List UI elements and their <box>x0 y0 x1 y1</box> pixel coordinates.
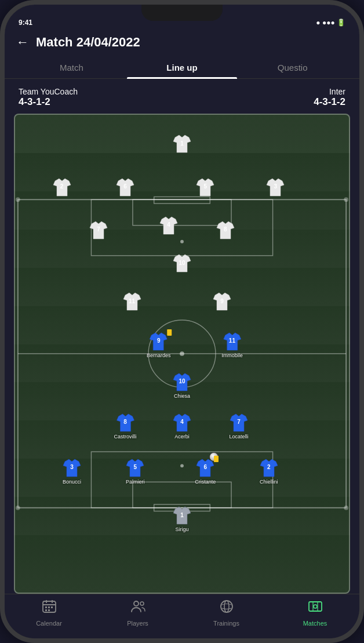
player-blue-9-bernardes[interactable]: 9 Bernardes <box>147 330 171 358</box>
player-blue-11-immobile[interactable]: 11 Immobile <box>221 330 243 358</box>
svg-point-26 <box>134 601 139 606</box>
svg-rect-8 <box>133 482 231 507</box>
svg-point-11 <box>180 464 184 467</box>
player-white-3[interactable]: 3 <box>265 176 285 197</box>
players-icon <box>130 599 145 617</box>
player-name-chiesa: Chiesa <box>174 393 190 399</box>
nav-players[interactable]: Players <box>93 599 182 627</box>
player-white-10[interactable]: 10 <box>172 252 192 273</box>
player-white-4[interactable]: 4 <box>159 215 179 235</box>
tabs: Match Line up Questio <box>5 57 359 79</box>
player-blue-1-sirigu[interactable]: 1 Sirigu <box>172 504 192 532</box>
nav-matches[interactable]: Matches <box>271 599 359 627</box>
pitch-container: 1 2 6 <box>5 114 359 594</box>
nav-label-matches: Matches <box>303 620 327 627</box>
phone-frame: 9:41 ● ●●● 🔋 ← Match 24/04/2022 Match Li… <box>0 0 364 643</box>
svg-rect-7 <box>91 452 272 508</box>
player-blue-5-palmieri[interactable]: 5 Palmieri <box>125 457 145 485</box>
svg-point-12 <box>16 197 20 202</box>
notch <box>141 5 223 21</box>
player-blue-2-chiellini[interactable]: 2 Chiellini <box>259 457 279 485</box>
player-white-11[interactable]: 11 <box>122 290 142 311</box>
header: ← Match 24/04/2022 <box>5 30 359 57</box>
nav-label-players: Players <box>127 620 148 627</box>
player-name-chiellini: Chiellini <box>260 479 278 485</box>
svg-rect-30 <box>309 602 322 611</box>
svg-rect-23 <box>51 606 53 608</box>
yellow-card-cristante <box>214 456 219 462</box>
away-team-name: Inter <box>314 87 345 96</box>
tab-match[interactable]: Match <box>16 57 127 78</box>
away-team-formation: 4-3-1-2 <box>314 96 345 108</box>
player-blue-10-chiesa[interactable]: 10 Chiesa <box>172 371 192 399</box>
svg-rect-6 <box>154 197 210 204</box>
player-name-locatelli: Locatelli <box>229 434 248 439</box>
player-name-sirigu: Sirigu <box>175 526 188 532</box>
matches-icon <box>308 599 323 617</box>
pitch: 1 2 6 <box>14 114 350 594</box>
svg-rect-4 <box>91 199 272 256</box>
calendar-icon <box>42 599 57 617</box>
tab-lineup[interactable]: Line up <box>127 57 238 78</box>
svg-point-28 <box>221 601 232 612</box>
player-blue-6-cristante[interactable]: 6 Cristante <box>195 457 216 485</box>
player-white-5[interactable]: 5 <box>195 176 215 197</box>
nav-label-trainings: Trainings <box>213 620 239 627</box>
yellow-card-bernardes <box>168 329 172 336</box>
svg-point-15 <box>344 506 348 510</box>
svg-point-29 <box>224 601 229 612</box>
player-blue-3-bonucci[interactable]: 3 Bonucci <box>62 457 82 485</box>
svg-point-27 <box>140 602 144 605</box>
nav-trainings[interactable]: Trainings <box>182 599 271 627</box>
player-blue-8-castrovilli[interactable]: 8 Castrovilli <box>114 412 137 439</box>
svg-point-10 <box>180 240 184 244</box>
player-name-acerbi: Acerbi <box>174 434 190 439</box>
player-white-9[interactable]: 9 <box>212 290 232 311</box>
phone-screen: 9:41 ● ●●● 🔋 ← Match 24/04/2022 Match Li… <box>5 5 359 638</box>
player-blue-7-locatelli[interactable]: 7 Locatelli <box>229 412 249 439</box>
nav-calendar[interactable]: Calendar <box>5 599 93 627</box>
svg-point-31 <box>314 605 317 608</box>
home-team: Team YouCoach 4-3-1-2 <box>19 87 78 108</box>
player-white-8[interactable]: 8 <box>216 219 235 240</box>
away-team: Inter 4-3-1-2 <box>314 87 345 108</box>
svg-point-13 <box>344 197 348 202</box>
back-button[interactable]: ← <box>16 35 29 50</box>
player-name-palmieri: Palmieri <box>126 479 145 485</box>
player-name-castrovilli: Castrovilli <box>114 434 137 439</box>
home-team-formation: 4-3-1-2 <box>19 96 78 108</box>
bottom-nav: Calendar Players <box>5 594 359 638</box>
svg-rect-21 <box>45 606 47 608</box>
svg-rect-24 <box>45 609 47 611</box>
player-white-7[interactable]: 7 <box>89 219 108 240</box>
player-white-2[interactable]: 2 <box>52 176 72 197</box>
svg-rect-25 <box>48 609 50 611</box>
team-info: Team YouCoach 4-3-1-2 Inter 4-3-1-2 <box>5 79 359 114</box>
player-name-immobile: Immobile <box>221 353 243 358</box>
page-title: Match 24/04/2022 <box>36 35 140 50</box>
time: 9:41 <box>19 19 32 27</box>
home-team-name: Team YouCoach <box>19 87 78 96</box>
player-name-bonucci: Bonucci <box>63 479 81 485</box>
battery-icons: ● ●●● 🔋 <box>316 19 345 27</box>
player-name-bernardes: Bernardes <box>147 353 171 358</box>
player-white-1[interactable]: 1 <box>172 133 192 154</box>
tab-questions[interactable]: Questio <box>237 57 348 78</box>
svg-point-3 <box>180 351 184 356</box>
player-blue-4-acerbi[interactable]: 4 Acerbi <box>172 412 192 439</box>
nav-label-calendar: Calendar <box>36 620 62 627</box>
svg-rect-22 <box>48 606 50 608</box>
player-white-6[interactable]: 6 <box>115 176 135 197</box>
player-name-cristante: Cristante <box>195 479 216 485</box>
svg-point-14 <box>16 506 20 510</box>
trainings-icon <box>219 599 234 617</box>
